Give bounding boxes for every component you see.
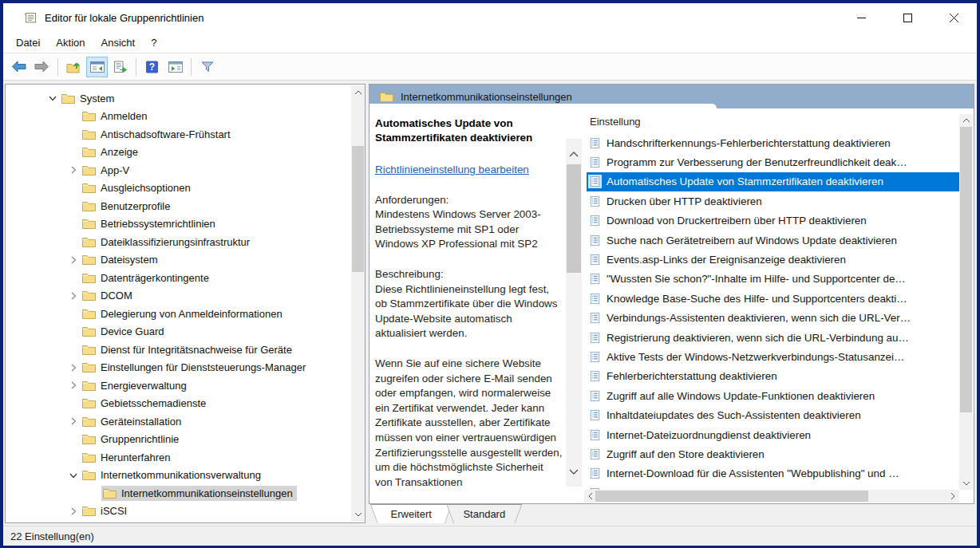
tree-item[interactable]: DCOM [6, 287, 350, 306]
tree-item[interactable]: Anzeige [6, 144, 350, 162]
chevron-icon[interactable] [66, 164, 81, 175]
scroll-up-icon[interactable] [959, 116, 973, 125]
chevron-icon[interactable] [66, 434, 81, 445]
chevron-icon[interactable] [66, 128, 81, 140]
tree-item[interactable]: Benutzerprofile [6, 197, 350, 215]
forward-icon[interactable] [31, 57, 53, 77]
settings-list-item[interactable]: Handschrifterkennungs-Fehlerberichtersta… [587, 133, 965, 152]
settings-list-item[interactable]: Events.asp-Links der Ereignisanzeige dea… [587, 250, 965, 269]
close-button[interactable] [931, 3, 977, 32]
scroll-up-icon[interactable] [566, 148, 582, 160]
chevron-icon[interactable] [66, 183, 81, 194]
export-list-icon[interactable] [109, 57, 131, 77]
show-console-tree-icon[interactable] [86, 57, 108, 77]
tree-item[interactable]: Energieverwaltung [6, 377, 350, 395]
scroll-up-icon[interactable] [351, 87, 365, 98]
tree-item[interactable]: Device Guard [6, 323, 350, 341]
tree-item[interactable]: Dienst für Integritätsnachweise für Gerä… [6, 341, 350, 359]
menu-item-?[interactable]: ? [143, 34, 164, 52]
menu-item-datei[interactable]: Datei [8, 34, 48, 52]
tree-item[interactable]: Dateisystem [6, 251, 350, 270]
scroll-down-icon[interactable] [351, 509, 365, 520]
tree-item[interactable]: Delegierung von Anmeldeinformationen [6, 305, 350, 323]
tree-item[interactable]: Antischadsoftware-Frühstart [6, 125, 350, 144]
settings-list-item[interactable]: Registrierung deaktivieren, wenn sich di… [587, 328, 965, 347]
chevron-icon[interactable] [87, 487, 101, 499]
chevron-icon[interactable] [66, 272, 81, 283]
back-icon[interactable] [8, 57, 30, 77]
tree-item[interactable]: App-V [6, 161, 350, 179]
scroll-left-icon[interactable] [586, 490, 595, 503]
settings-list-item[interactable]: Aktive Tests der Windows-Netzwerkverbind… [587, 347, 965, 366]
tree-item[interactable]: Ausgleichsoptionen [6, 179, 350, 198]
tree-item[interactable]: Einstellungen für Dienststeuerungs-Manag… [6, 359, 350, 377]
settings-list-item[interactable]: Verbindungs-Assistenten deaktivieren, we… [587, 309, 965, 328]
tree-item[interactable]: iSCSI [6, 503, 350, 521]
scroll-down-icon[interactable] [566, 466, 582, 477]
settings-list-item[interactable]: Zugriff auf alle Windows Update-Funktion… [587, 386, 965, 405]
list-scrollbar-thumb[interactable] [960, 127, 972, 412]
tree-item[interactable]: Herunterfahren [6, 448, 350, 467]
help-icon[interactable]: ? [141, 57, 163, 77]
settings-list-item[interactable]: Zugriff auf den Store deaktivieren [587, 444, 965, 463]
chevron-icon[interactable] [66, 111, 81, 122]
settings-list-item[interactable]: Inhaltdateiupdates des Such-Assistenten … [587, 405, 965, 424]
tab-standard[interactable]: Standard [446, 504, 522, 523]
tree-scrollbar-thumb[interactable] [352, 146, 364, 272]
chevron-icon[interactable] [66, 380, 81, 391]
chevron-icon[interactable] [66, 200, 81, 211]
chevron-icon[interactable] [66, 416, 81, 427]
chevron-icon[interactable] [66, 290, 81, 302]
settings-list-item[interactable]: Fehlerberichterstattung deaktivieren [587, 367, 965, 386]
chevron-icon[interactable] [66, 344, 81, 355]
chevron-icon[interactable] [66, 236, 81, 247]
scroll-down-icon[interactable] [959, 479, 973, 488]
tree-item[interactable]: Gebietsschemadienste [6, 395, 350, 413]
chevron-icon[interactable] [66, 219, 81, 230]
chevron-icon[interactable] [66, 398, 81, 409]
tree-item[interactable]: Betriebssystemrichtlinien [6, 215, 350, 234]
settings-list-item[interactable]: Automatisches Update von Stammzertifikat… [587, 172, 965, 191]
menu-item-aktion[interactable]: Aktion [48, 34, 93, 52]
settings-list-item[interactable]: "Wussten Sie schon?"-Inhalte im Hilfe- u… [587, 270, 965, 289]
maximize-button[interactable] [884, 3, 931, 32]
list-column-header[interactable]: Einstellung [590, 116, 641, 128]
list-vertical-scrollbar[interactable] [959, 114, 973, 490]
chevron-icon[interactable] [66, 308, 81, 319]
tree-item[interactable]: Anmelden [6, 108, 350, 126]
settings-list-item[interactable]: Suche nach Gerätetreibern auf Windows Up… [587, 231, 965, 250]
chevron-icon[interactable] [47, 91, 58, 105]
tree-item[interactable]: Gruppenrichtlinie [6, 431, 350, 449]
tree-item[interactable]: Dateiklassifizierungsinfrastruktur [6, 233, 350, 251]
tree-item[interactable]: Geräteinstallation [6, 412, 350, 431]
menu-item-ansicht[interactable]: Ansicht [93, 34, 144, 52]
settings-list-item[interactable]: Knowledge Base-Suche des Hilfe- und Supp… [587, 289, 965, 308]
minimize-button[interactable] [838, 3, 884, 32]
description-scrollbar[interactable] [566, 139, 582, 487]
chevron-icon[interactable] [66, 147, 81, 158]
chevron-icon[interactable] [66, 362, 81, 373]
chevron-icon[interactable] [66, 506, 81, 517]
list-horizontal-scrollbar[interactable] [584, 490, 959, 503]
tree-item[interactable]: Internetkommunikationseinstellungen [6, 484, 350, 503]
scroll-right-icon[interactable] [948, 490, 958, 503]
tree-item[interactable]: Internetkommunikationsverwaltung [6, 467, 350, 485]
chevron-icon[interactable] [66, 451, 81, 463]
tree-scrollbar[interactable] [351, 85, 365, 522]
settings-list-item[interactable]: Internet-Download für die Assistenten "W… [587, 464, 965, 483]
tab-erweitert[interactable]: Erweitert [370, 504, 452, 523]
edit-policy-link[interactable]: Richtlinieneinstellung bearbeiten [375, 164, 529, 175]
chevron-icon[interactable] [66, 326, 81, 337]
show-action-pane-icon[interactable] [164, 57, 186, 77]
tree-item[interactable]: System [6, 89, 350, 108]
tree-item[interactable]: Datenträgerkontingente [6, 269, 350, 287]
chevron-icon[interactable] [68, 468, 79, 483]
up-one-level-icon[interactable] [63, 57, 85, 77]
settings-list-item[interactable]: Download von Druckertreibern über HTTP d… [587, 211, 965, 231]
description-scrollbar-thumb[interactable] [567, 164, 581, 273]
settings-list-item[interactable]: Drucken über HTTP deaktivieren [587, 191, 965, 211]
filter-icon[interactable] [196, 57, 218, 77]
horizontal-scrollbar-thumb[interactable] [595, 491, 868, 502]
settings-list-item[interactable]: Internet-Dateizuordnungdienst deaktivier… [587, 425, 965, 444]
chevron-icon[interactable] [66, 254, 81, 266]
